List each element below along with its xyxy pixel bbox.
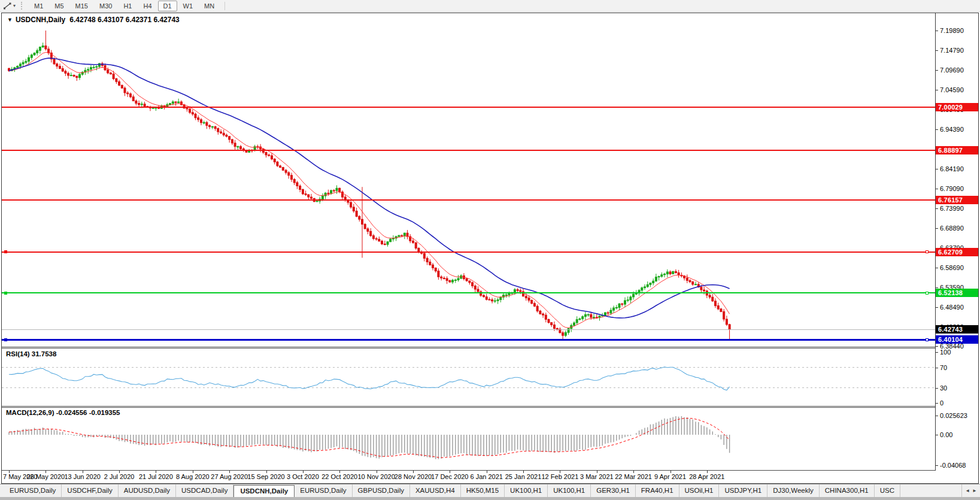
pane-separator bbox=[2, 348, 935, 349]
chart-tab-eurusd-daily[interactable]: EURUSD,Daily bbox=[4, 484, 62, 497]
pane-separator[interactable] bbox=[2, 347, 935, 347]
chart-tab-fra40-h1[interactable]: FRA40,H1 bbox=[636, 484, 679, 497]
price-tick-label: 6.68890 bbox=[940, 225, 964, 232]
tab-scroll-right-icon[interactable]: ► bbox=[972, 488, 977, 493]
rsi-tick-label: 30 bbox=[940, 384, 947, 392]
pane-separator bbox=[2, 407, 935, 408]
hline-6.40104[interactable] bbox=[2, 339, 935, 341]
timeframe-button-m1[interactable]: M1 bbox=[29, 1, 48, 11]
date-label: 12 Feb 2021 bbox=[542, 473, 579, 480]
chart-tab-usdchf-daily[interactable]: USDCHF,Daily bbox=[62, 484, 118, 497]
chart-tab-usdjpy-h1[interactable]: USDJPY,H1 bbox=[719, 484, 767, 497]
timeframe-button-m5[interactable]: M5 bbox=[49, 1, 69, 11]
price-tick-label: 6.73990 bbox=[940, 205, 964, 212]
date-label: 2 Jul 2020 bbox=[104, 473, 135, 480]
hline-left-handle-6.52138[interactable] bbox=[4, 292, 7, 295]
chart-tab-dj30-weekly[interactable]: DJ30,Weekly bbox=[767, 484, 820, 497]
hline-right-handle-6.40104[interactable] bbox=[926, 338, 929, 341]
hline-left-handle-6.62709[interactable] bbox=[4, 250, 7, 253]
hline-7.00029[interactable] bbox=[2, 107, 935, 108]
hline-6.76157[interactable] bbox=[2, 199, 935, 201]
price-tick-label: 7.19890 bbox=[940, 27, 964, 34]
tab-scroll-left-icon[interactable]: ◄ bbox=[965, 488, 970, 493]
timeframe-button-w1[interactable]: W1 bbox=[178, 1, 199, 11]
price-tick bbox=[936, 129, 938, 130]
bottom-strip bbox=[0, 497, 980, 500]
chart-tab-usdcad-daily[interactable]: USDCAD,Daily bbox=[176, 484, 233, 497]
chart-window: ▼USDCNH,Daily6.42748 6.43107 6.42371 6.4… bbox=[1, 13, 979, 484]
timeframe-button-mn[interactable]: MN bbox=[199, 1, 220, 11]
chart-ohlc-values: 6.42748 6.43107 6.42371 6.42743 bbox=[69, 16, 180, 24]
price-tick bbox=[936, 31, 938, 31]
price-tick bbox=[936, 70, 938, 71]
price-tick-label: 6.48490 bbox=[940, 304, 964, 311]
timeframe-button-m15[interactable]: M15 bbox=[70, 1, 93, 11]
trendline-cursor-icon[interactable] bbox=[3, 1, 12, 11]
rsi-label: RSI(14) 31.7538 bbox=[6, 350, 56, 357]
price-tick bbox=[936, 189, 938, 189]
date-label: 22 Oct 2020 bbox=[321, 473, 357, 480]
price-tick bbox=[936, 268, 938, 268]
chart-tab-ger30-h1[interactable]: GER30,H1 bbox=[591, 484, 636, 497]
chart-tab-uk100-h1[interactable]: UK100,H1 bbox=[548, 484, 591, 497]
price-tick bbox=[936, 90, 938, 90]
macd-tick-label: 0.00 bbox=[940, 431, 952, 438]
timeframe-button-h4[interactable]: H4 bbox=[138, 1, 157, 11]
toolbar-dropdown-caret[interactable]: ▾ bbox=[13, 3, 16, 8]
price-axis-line bbox=[935, 13, 936, 471]
chart-plot-layer bbox=[2, 13, 935, 483]
timeframe-button-d1[interactable]: D1 bbox=[158, 1, 177, 11]
toolbar: ▾ M1M5M15M30H1H4D1W1MN bbox=[0, 0, 980, 12]
price-tick bbox=[936, 228, 938, 229]
chart-tab-xauusd-h4[interactable]: XAUUSD,H4 bbox=[410, 484, 461, 497]
chart-collapse-caret[interactable]: ▼ bbox=[7, 17, 13, 23]
toolbar-grip[interactable] bbox=[21, 2, 24, 10]
hline-6.88897[interactable] bbox=[2, 150, 935, 151]
date-label: 27 Aug 2020 bbox=[211, 473, 248, 480]
hline-right-handle-6.62709[interactable] bbox=[926, 250, 929, 253]
date-label: 10 Nov 2020 bbox=[357, 473, 395, 480]
price-tick-label: 6.94390 bbox=[940, 126, 964, 133]
price-label-6.88897: 6.88897 bbox=[936, 146, 978, 154]
date-label: 21 Jul 2020 bbox=[139, 473, 173, 480]
pane-separator[interactable] bbox=[2, 406, 935, 407]
tab-scroll-arrows: ◄ ► bbox=[961, 484, 980, 497]
chart-title: ▼USDCNH,Daily6.42748 6.43107 6.42371 6.4… bbox=[7, 16, 180, 24]
date-label: 13 Jun 2020 bbox=[64, 473, 101, 480]
timeframe-button-m30[interactable]: M30 bbox=[94, 1, 117, 11]
price-label-6.76157: 6.76157 bbox=[936, 196, 978, 204]
date-label: 8 Aug 2020 bbox=[176, 473, 210, 480]
price-tick-label: 6.84190 bbox=[940, 165, 964, 172]
current-price-line bbox=[2, 329, 935, 330]
chart-tab-eurusd-daily[interactable]: EURUSD,Daily bbox=[295, 484, 352, 497]
toolbar-separator bbox=[224, 2, 225, 10]
hline-left-handle-6.40104[interactable] bbox=[4, 338, 7, 341]
chart-tab-uk100-h1[interactable]: UK100,H1 bbox=[505, 484, 548, 497]
chart-tab-usdcnh-daily[interactable]: USDCNH,Daily bbox=[233, 485, 295, 497]
date-label: 6 Jan 2021 bbox=[470, 473, 502, 480]
chart-tab-gbpusd-daily[interactable]: GBPUSD,Daily bbox=[353, 484, 410, 497]
date-label: 25 Jan 2021 bbox=[505, 473, 542, 480]
hline-6.62709[interactable] bbox=[2, 251, 935, 253]
hline-right-handle-6.52138[interactable] bbox=[926, 292, 929, 295]
timeframe-button-h1[interactable]: H1 bbox=[118, 1, 137, 11]
price-tick bbox=[936, 208, 938, 209]
macd-tick bbox=[936, 435, 938, 435]
date-label: 17 Dec 2020 bbox=[431, 473, 468, 480]
date-label: 15 Sep 2020 bbox=[247, 473, 284, 480]
price-tick-label: 7.09690 bbox=[940, 66, 964, 74]
chart-tab-usc[interactable]: USC bbox=[875, 484, 900, 497]
price-tick bbox=[936, 287, 938, 288]
chart-tab-usoil-h1[interactable]: USOil,H1 bbox=[679, 484, 720, 497]
price-tick-label: 7.14790 bbox=[940, 47, 964, 54]
rsi-tick bbox=[936, 368, 938, 368]
price-tick-label: 7.04590 bbox=[940, 86, 964, 93]
hline-6.52138[interactable] bbox=[2, 292, 935, 293]
chart-tab-audusd-daily[interactable]: AUDUSD,Daily bbox=[119, 484, 176, 497]
chart-tab-china300-h1[interactable]: CHINA300,H1 bbox=[820, 484, 875, 497]
rsi-tick-label: 70 bbox=[940, 364, 947, 371]
price-tick-label: 6.79090 bbox=[940, 185, 964, 192]
date-label: 26 May 2020 bbox=[27, 473, 65, 480]
chart-tab-hk50-m15[interactable]: HK50,M15 bbox=[461, 484, 505, 497]
rsi-tick-label: 0 bbox=[940, 399, 943, 407]
